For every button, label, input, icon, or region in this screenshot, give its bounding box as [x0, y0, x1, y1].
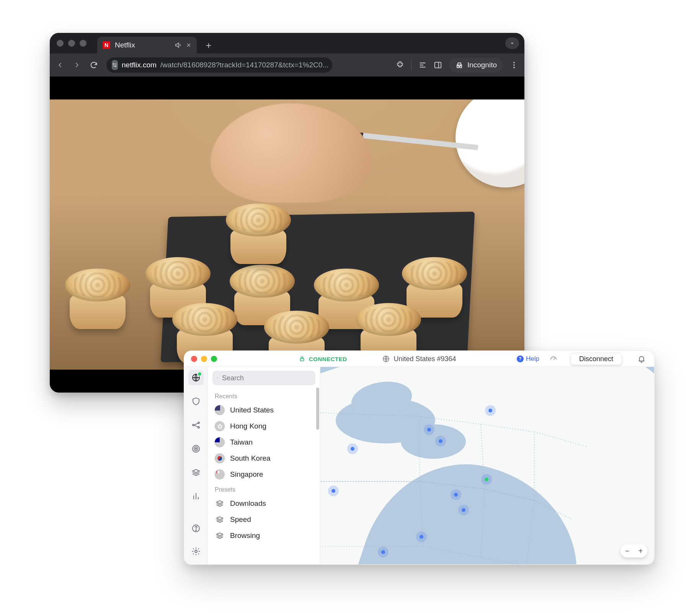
flag-sg-icon: [215, 469, 225, 479]
recent-item-sg[interactable]: Singapore: [208, 466, 320, 482]
map-server-pin[interactable]: [347, 443, 358, 454]
window-controls[interactable]: [191, 356, 217, 362]
search-field[interactable]: [212, 371, 315, 385]
map-server-pin[interactable]: [435, 436, 446, 447]
rail-item-support[interactable]: [188, 521, 204, 536]
list-scrollbar-thumb[interactable]: [316, 388, 319, 430]
window-max-dot[interactable]: [80, 40, 87, 47]
nav-reload-button[interactable]: [90, 61, 101, 69]
map-server-pin[interactable]: [485, 405, 496, 416]
new-tab-button[interactable]: ＋: [202, 39, 215, 52]
help-icon: ?: [517, 355, 524, 362]
rail-item-countries[interactable]: [188, 370, 204, 385]
recent-item-tw[interactable]: Taiwan: [208, 434, 320, 450]
browser-window: N Netflix ＋ netflix.co: [50, 33, 524, 393]
tab-overflow-button[interactable]: [505, 37, 519, 49]
preset-item-downloads[interactable]: Downloads: [208, 495, 320, 512]
overflow-menu-icon[interactable]: [510, 61, 518, 69]
status-label: CONNECTED: [309, 356, 347, 362]
layers-icon: [215, 531, 225, 541]
browser-tabbar: N Netflix ＋: [50, 33, 524, 54]
svg-rect-8: [300, 359, 304, 361]
layers-icon: [215, 515, 225, 525]
url-path: /watch/81608928?trackId=14170287&tctx=1%…: [160, 61, 328, 69]
rail-item-settings[interactable]: [188, 544, 204, 559]
window-close-dot[interactable]: [191, 356, 197, 362]
flag-kr-icon: [215, 453, 225, 463]
vpn-sidebar-rail: [184, 367, 208, 564]
preset-item-browsing[interactable]: Browsing: [208, 528, 320, 544]
svg-point-5: [513, 62, 515, 64]
recent-item-kr[interactable]: South Korea: [208, 450, 320, 466]
svg-point-3: [457, 66, 459, 68]
map-zoom-controls: − +: [620, 544, 647, 557]
list-item-label: Browsing: [230, 531, 260, 540]
vpn-window: CONNECTED United States #9364 ? Help Dis…: [184, 350, 655, 565]
window-max-dot[interactable]: [211, 356, 217, 362]
window-min-dot[interactable]: [68, 40, 75, 47]
server-label: United States #9364: [393, 355, 456, 363]
tab-close-icon[interactable]: [186, 42, 191, 48]
svg-point-6: [513, 64, 515, 66]
connection-status: CONNECTED: [299, 351, 347, 367]
reading-list-icon[interactable]: [418, 61, 427, 69]
side-panel-icon[interactable]: [434, 61, 442, 69]
netflix-favicon: N: [103, 41, 110, 49]
svg-point-13: [198, 427, 199, 428]
tab-audio-icon[interactable]: [175, 42, 181, 49]
presets-header: Presets: [208, 482, 320, 495]
preset-item-speed[interactable]: Speed: [208, 512, 320, 528]
window-close-dot[interactable]: [57, 40, 64, 47]
rail-item-radar[interactable]: [188, 441, 204, 456]
svg-point-12: [198, 422, 199, 424]
speed-gauge-icon[interactable]: [549, 355, 558, 363]
disconnect-button[interactable]: Disconnect: [570, 353, 622, 365]
map-server-pin[interactable]: [378, 547, 389, 557]
incognito-icon: [455, 61, 464, 69]
search-input[interactable]: [222, 374, 311, 382]
nav-forward-button[interactable]: [73, 61, 84, 69]
vpn-map[interactable]: − +: [320, 367, 654, 564]
window-min-dot[interactable]: [201, 356, 207, 362]
map-server-pin[interactable]: [416, 531, 427, 542]
list-item-label: Taiwan: [230, 438, 253, 447]
incognito-label: Incognito: [467, 61, 497, 69]
flag-us-icon: [215, 405, 225, 415]
rail-item-presets[interactable]: [188, 465, 204, 480]
site-settings-icon[interactable]: [112, 60, 118, 70]
rail-item-meshnet[interactable]: [188, 417, 204, 433]
list-item-label: Downloads: [230, 499, 266, 508]
svg-point-18: [196, 530, 196, 531]
svg-point-11: [193, 424, 194, 426]
disconnect-label: Disconnect: [579, 355, 613, 363]
window-controls[interactable]: [57, 40, 87, 47]
zoom-in-button[interactable]: +: [638, 547, 643, 556]
extensions-icon[interactable]: [396, 61, 404, 69]
incognito-chip[interactable]: Incognito: [449, 58, 503, 72]
current-server[interactable]: United States #9364: [382, 351, 456, 367]
zoom-out-button[interactable]: −: [625, 547, 630, 556]
rail-item-security[interactable]: [188, 394, 204, 409]
recent-item-hk[interactable]: Hong Kong: [208, 418, 320, 434]
rail-item-stats[interactable]: [188, 489, 204, 504]
svg-point-1: [115, 65, 116, 67]
svg-point-4: [460, 66, 462, 68]
lock-icon: [299, 356, 305, 362]
browser-tab-active[interactable]: N Netflix: [97, 37, 197, 54]
map-server-pin-connected[interactable]: [481, 474, 492, 485]
recent-item-us[interactable]: United States: [208, 402, 320, 418]
map-server-pin[interactable]: [458, 505, 469, 515]
map-server-pin[interactable]: [424, 424, 434, 435]
nav-back-button[interactable]: [56, 61, 67, 69]
map-server-pin[interactable]: [451, 489, 461, 500]
vpn-titlebar: CONNECTED United States #9364 ? Help Dis…: [184, 351, 654, 367]
browser-viewport: [50, 77, 524, 393]
notifications-icon[interactable]: [637, 355, 646, 363]
flag-tw-icon: [215, 437, 225, 447]
address-bar[interactable]: netflix.com/watch/81608928?trackId=14170…: [106, 57, 332, 73]
video-frame[interactable]: [50, 99, 524, 370]
globe-icon: [382, 355, 390, 363]
map-server-pin[interactable]: [328, 486, 339, 496]
vpn-server-list: Recents United States Hong Kong Taiwan S…: [208, 367, 320, 564]
help-link[interactable]: ? Help: [517, 351, 539, 367]
